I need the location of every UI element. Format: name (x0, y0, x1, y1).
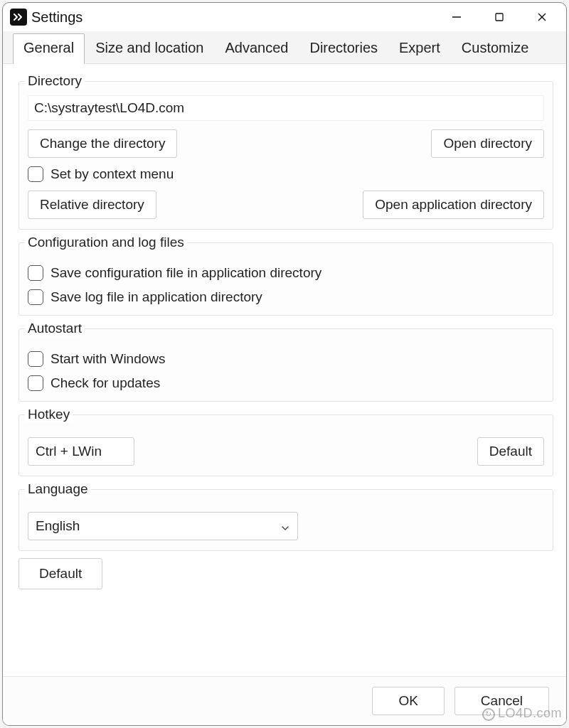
language-value: English (36, 518, 80, 534)
group-language-title: Language (25, 481, 91, 497)
group-autostart: Autostart Start with Windows Check for u… (18, 328, 553, 402)
chevron-down-icon (280, 521, 290, 531)
save-log-label: Save log file in application directory (50, 289, 262, 305)
group-autostart-title: Autostart (25, 321, 85, 336)
ok-button[interactable]: OK (372, 687, 444, 715)
settings-window: Settings General Size and location Advan… (2, 2, 567, 726)
maximize-button[interactable] (478, 4, 521, 31)
relative-directory-button[interactable]: Relative directory (28, 191, 156, 219)
set-by-context-menu-row[interactable]: Set by context menu (28, 166, 544, 182)
window-title: Settings (31, 9, 83, 26)
check-updates-row[interactable]: Check for updates (28, 375, 544, 391)
hotkey-default-button[interactable]: Default (477, 437, 544, 466)
check-updates-checkbox[interactable] (28, 375, 43, 391)
change-directory-button[interactable]: Change the directory (28, 129, 177, 158)
cancel-button[interactable]: Cancel (454, 687, 549, 715)
save-config-checkbox[interactable] (28, 265, 43, 281)
tab-customize[interactable]: Customize (451, 33, 539, 63)
set-by-context-menu-label: Set by context menu (50, 166, 174, 182)
group-config: Configuration and log files Save configu… (18, 242, 553, 316)
open-directory-button[interactable]: Open directory (431, 129, 544, 158)
group-hotkey: Hotkey Ctrl + LWin Default (18, 414, 553, 476)
group-directory: Directory C:\systraytest\LO4D.com Change… (18, 81, 553, 230)
start-with-windows-row[interactable]: Start with Windows (28, 351, 544, 367)
check-updates-label: Check for updates (50, 375, 160, 391)
group-directory-title: Directory (25, 73, 85, 89)
language-select[interactable]: English (28, 512, 298, 540)
dialog-footer: OK Cancel (3, 676, 566, 725)
start-with-windows-checkbox[interactable] (28, 351, 43, 367)
directory-path[interactable]: C:\systraytest\LO4D.com (28, 95, 544, 121)
tab-directories[interactable]: Directories (299, 33, 388, 63)
tab-advanced[interactable]: Advanced (214, 33, 299, 63)
title-bar: Settings (3, 3, 566, 31)
language-default-button[interactable]: Default (18, 558, 102, 589)
tab-strip: General Size and location Advanced Direc… (3, 31, 566, 64)
minimize-button[interactable] (435, 4, 478, 31)
group-language: Language English (18, 489, 553, 551)
svg-rect-1 (496, 14, 503, 21)
set-by-context-menu-checkbox[interactable] (28, 166, 43, 182)
group-config-title: Configuration and log files (25, 235, 187, 250)
group-hotkey-title: Hotkey (25, 407, 73, 422)
close-button[interactable] (521, 4, 563, 31)
app-icon (10, 9, 27, 26)
hotkey-input[interactable]: Ctrl + LWin (28, 437, 134, 466)
tab-size-location[interactable]: Size and location (85, 33, 214, 63)
content-area: Directory C:\systraytest\LO4D.com Change… (3, 64, 566, 676)
tab-general[interactable]: General (13, 33, 85, 64)
save-config-label: Save configuration file in application d… (50, 265, 321, 281)
save-config-row[interactable]: Save configuration file in application d… (28, 265, 544, 281)
open-application-directory-button[interactable]: Open application directory (363, 191, 544, 219)
save-log-checkbox[interactable] (28, 289, 43, 305)
start-with-windows-label: Start with Windows (50, 351, 166, 367)
save-log-row[interactable]: Save log file in application directory (28, 289, 544, 305)
tab-expert[interactable]: Expert (388, 33, 451, 63)
